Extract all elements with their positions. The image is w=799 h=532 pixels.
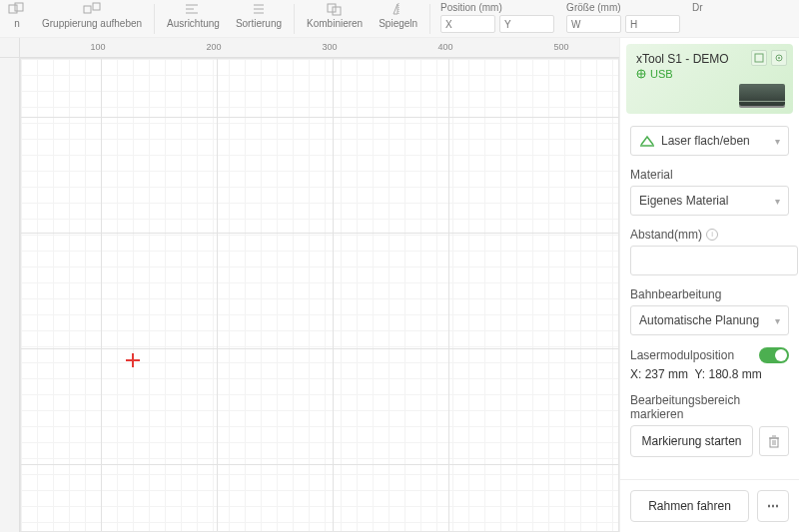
ungroup-label: Gruppierung aufheben	[42, 18, 142, 29]
ellipsis-icon: ⋯	[767, 499, 779, 513]
align-button[interactable]: Ausrichtung	[159, 2, 228, 36]
top-toolbar: n Gruppierung aufheben Ausrichtung Sorti…	[0, 0, 799, 38]
toolbar-separator	[294, 4, 295, 34]
align-label: Ausrichtung	[167, 18, 220, 29]
usb-icon	[636, 69, 646, 79]
size-label: Größe (mm)	[566, 2, 680, 13]
markarea-label: Bearbeitungsbereich markieren	[630, 393, 789, 421]
ruler-tick: 200	[206, 42, 221, 52]
path-select[interactable]: Automatische Planung ▾	[630, 305, 789, 335]
ruler-vertical[interactable]	[0, 58, 20, 532]
laser-mode-select[interactable]: Laser flach/eben ▾	[630, 126, 789, 156]
side-panel: xTool S1 - DEMO USB Laser flach/eben ▾ M…	[619, 38, 799, 532]
modulepos-toggle[interactable]	[759, 347, 789, 363]
laser-mode-value: Laser flach/eben	[661, 134, 750, 148]
material-value: Eigenes Material	[639, 194, 728, 208]
size-group: Größe (mm)	[560, 2, 686, 33]
modulepos-y: Y: 180.8 mm	[694, 367, 761, 381]
toolbar-separator	[154, 4, 155, 34]
mark-start-button[interactable]: Markierung starten	[630, 425, 753, 457]
ruler-tick: 500	[553, 42, 568, 52]
size-h-input[interactable]	[625, 15, 680, 33]
modulepos-coords: X: 237 mm Y: 180.8 mm	[630, 367, 789, 381]
path-value: Automatische Planung	[639, 313, 759, 327]
group-icon	[8, 2, 26, 16]
position-x-input[interactable]	[440, 15, 495, 33]
ruler-horizontal[interactable]: 100 200 300 400 500	[20, 38, 619, 58]
svg-rect-1	[15, 3, 23, 11]
material-select[interactable]: Eigenes Material ▾	[630, 186, 789, 216]
laser-flat-icon	[639, 135, 655, 147]
distance-input[interactable]	[630, 246, 798, 275]
position-y-input[interactable]	[499, 15, 554, 33]
sort-button[interactable]: Sortierung	[228, 2, 290, 36]
distance-row	[630, 246, 789, 275]
svg-rect-2	[84, 6, 91, 13]
device-pin-button[interactable]	[751, 50, 767, 66]
device-image	[739, 84, 785, 106]
canvas-area: 100 200 300 400 500	[0, 38, 619, 532]
rotation-label: Dr	[692, 2, 703, 13]
ruler-tick: 100	[90, 42, 105, 52]
ruler-tick: 400	[437, 42, 452, 52]
mirror-button[interactable]: Spiegeln	[371, 2, 425, 36]
ungroup-icon	[83, 2, 101, 16]
svg-rect-11	[333, 7, 341, 15]
size-w-input[interactable]	[566, 15, 621, 33]
ruler-corner	[0, 38, 20, 58]
combine-label: Kombinieren	[307, 18, 363, 29]
position-group: Position (mm)	[434, 2, 560, 33]
toolbar-separator	[429, 4, 430, 34]
distance-label: Abstand(mm) i	[630, 228, 789, 242]
combine-button[interactable]: Kombinieren	[299, 2, 371, 36]
mirror-label: Spiegeln	[379, 18, 417, 29]
chevron-down-icon: ▾	[775, 136, 780, 147]
ungroup-button[interactable]: Gruppierung aufheben	[34, 2, 150, 36]
trash-icon	[767, 434, 781, 448]
svg-point-15	[778, 57, 780, 59]
group-label: n	[14, 18, 20, 29]
device-settings-button[interactable]	[771, 50, 787, 66]
modulepos-label: Lasermodulposition	[630, 348, 734, 362]
group-button[interactable]: n	[0, 2, 34, 36]
align-icon	[184, 2, 202, 16]
canvas[interactable]	[20, 58, 619, 532]
sort-icon	[250, 2, 268, 16]
position-label: Position (mm)	[440, 2, 554, 13]
svg-rect-3	[93, 3, 100, 10]
mirror-icon	[390, 2, 407, 16]
svg-rect-10	[328, 4, 336, 12]
modulepos-x: X: 237 mm	[630, 367, 688, 381]
frame-run-button[interactable]: Rahmen fahren	[630, 490, 749, 522]
sort-label: Sortierung	[236, 18, 282, 29]
chevron-down-icon: ▾	[775, 315, 780, 326]
svg-rect-26	[770, 438, 778, 447]
workspace: 100 200 300 400 500	[0, 38, 799, 532]
svg-rect-0	[9, 5, 17, 13]
chevron-down-icon: ▾	[775, 196, 780, 207]
usb-label: USB	[650, 68, 673, 80]
combine-icon	[326, 2, 344, 16]
path-label: Bahnbearbeitung	[630, 287, 789, 301]
markarea-row: Markierung starten	[630, 425, 789, 457]
info-icon[interactable]: i	[706, 229, 718, 241]
svg-rect-13	[755, 54, 763, 62]
material-label: Material	[630, 168, 789, 182]
device-connection: USB	[636, 68, 783, 80]
ruler-tick: 300	[322, 42, 337, 52]
delete-mark-button[interactable]	[759, 426, 789, 456]
more-button[interactable]: ⋯	[757, 490, 789, 522]
rotation-group: Dr	[686, 2, 709, 15]
bottom-bar: Rahmen fahren ⋯	[620, 479, 799, 532]
device-card[interactable]: xTool S1 - DEMO USB	[626, 44, 793, 114]
